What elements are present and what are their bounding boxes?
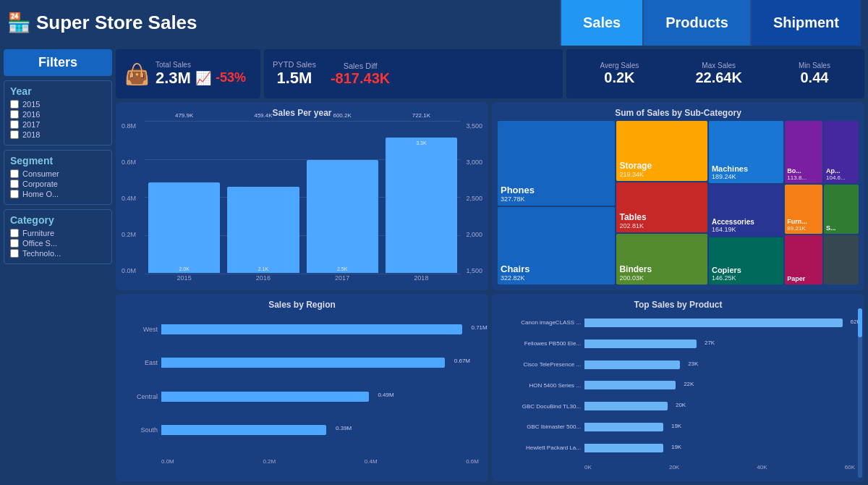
filter-year-2017[interactable]: 2017 xyxy=(10,120,106,129)
treemap-paper: Paper xyxy=(785,235,822,284)
total-sales-diff: -53% xyxy=(216,70,246,85)
region-chart-body: West 0.71M East 0.67M xyxy=(122,313,482,475)
filter-segment-consumer[interactable]: Consumer xyxy=(10,169,106,178)
spy-y-axis-left: 0.8M 0.6M 0.4M 0.2M 0.0M xyxy=(122,121,145,284)
spy-bars-container: 479.9K 2.0K 459.4K 2.1K xyxy=(145,121,461,274)
product-row-3: HON 5400 Series ... 22K xyxy=(501,379,855,392)
charts-left: Sales Per year 0.8M 0.6M 0.4M 0.2M 0.0M xyxy=(116,102,488,481)
treemap-phones: Phones 327.78K xyxy=(498,121,615,206)
sidebar: Filters Year 2015 2016 2017 2018 Segment… xyxy=(4,49,112,481)
filter-year-2018[interactable]: 2018 xyxy=(10,130,106,139)
kpi-avg: Averg Sales 0.2K xyxy=(600,62,639,86)
filter-segment-home[interactable]: Home O... xyxy=(10,190,106,198)
trending-icon: 📈 xyxy=(195,70,211,86)
treemap-body: Phones 327.78K Chairs 322.82K Storage xyxy=(498,121,859,284)
treemap-binders: Binders 200.03K xyxy=(616,234,707,284)
region-row-south: South 0.39M xyxy=(125,423,479,437)
treemap-ap: Ap... 104.6... xyxy=(824,121,859,183)
spy-bar-2016: 459.4K 2.1K xyxy=(227,122,299,273)
tab-products[interactable]: Products xyxy=(642,0,750,46)
year-filter-title: Year xyxy=(10,85,106,97)
kpi-avg-max-min: Averg Sales 0.2K Max Sales 22.64K Min Sa… xyxy=(566,49,865,98)
category-filter-section: Category Furniture Office S... Technolo.… xyxy=(4,209,112,264)
filter-year-2015[interactable]: 2015 xyxy=(10,100,106,109)
product-x-axis: 0K 20K 40K 60K xyxy=(501,464,855,471)
spy-x-labels: 2015 2016 2017 2018 xyxy=(145,274,461,284)
product-row-5: GBC Ibimaster 500... 19K xyxy=(501,421,855,434)
logo-icon: 🏪 xyxy=(7,12,30,34)
region-row-west: West 0.71M xyxy=(125,322,479,337)
treemap-bo: Bo... 113.8... xyxy=(785,121,822,183)
app-logo: 🏪 Super Store Sales xyxy=(7,12,212,34)
main-content: Filters Year 2015 2016 2017 2018 Segment… xyxy=(0,46,868,485)
segment-filter-section: Segment Consumer Corporate Home O... xyxy=(4,150,112,205)
charts-right: Sum of Sales by Sub-Category Phones 327.… xyxy=(492,102,864,481)
kpi-row: 👜 Total Sales 2.3M 📈 -53% PYTD Sales 1.5… xyxy=(116,49,864,98)
sales-by-region-title: Sales by Region xyxy=(122,300,482,310)
sales-by-region-chart: Sales by Region West 0.71M East xyxy=(116,294,488,482)
filter-segment-corporate[interactable]: Corporate xyxy=(10,180,106,188)
sales-diff-item: Sales Diff -817.43K xyxy=(331,62,390,87)
treemap-extra xyxy=(824,235,859,284)
treemap-storage: Storage 219.34K xyxy=(616,121,707,181)
header: 🏪 Super Store Sales Sales Products Shipm… xyxy=(0,0,868,46)
charts-area: Sales Per year 0.8M 0.6M 0.4M 0.2M 0.0M xyxy=(116,102,864,481)
kpi-pytd: PYTD Sales 1.5M Sales Diff -817.43K xyxy=(264,49,563,98)
product-scrollbar[interactable] xyxy=(858,308,862,478)
top-sales-product-chart: Top Sales by Product Canon imageCLASS ..… xyxy=(492,294,864,482)
product-row-1: Fellowes PB500 Ele... 27K xyxy=(501,337,855,350)
sub-category-title: Sum of Sales by Sub-Category xyxy=(498,108,859,118)
region-row-east: East 0.67M xyxy=(125,355,479,370)
product-row-6: Hewlett Packard La... 19K xyxy=(501,442,855,455)
treemap-accessories: Accessories 164.19K xyxy=(709,185,783,236)
product-scrollbar-thumb[interactable] xyxy=(858,308,862,337)
app-title: Super Store Sales xyxy=(36,12,197,34)
spy-bar-2017: 600.2K 2.5K xyxy=(307,122,378,273)
bag-icon: 👜 xyxy=(124,62,150,86)
product-row-2: Cisco TelePresence ... 23K xyxy=(501,358,855,371)
treemap-tables: Tables 202.81K xyxy=(616,182,707,232)
kpi-min: Min Sales 0.44 xyxy=(799,62,830,86)
content-area: 👜 Total Sales 2.3M 📈 -53% PYTD Sales 1.5… xyxy=(116,49,864,481)
spy-bar-2018: 722.1K 3.3K xyxy=(386,122,457,273)
filters-button[interactable]: Filters xyxy=(4,49,112,76)
filter-category-furniture[interactable]: Furniture xyxy=(10,229,106,237)
header-nav: Sales Products Shipment xyxy=(212,0,861,46)
sales-per-year-chart: Sales Per year 0.8M 0.6M 0.4M 0.2M 0.0M xyxy=(116,102,488,290)
spy-y-axis-right: 3,500 3,000 2,500 2,000 1,500 xyxy=(461,121,482,284)
segment-filter-title: Segment xyxy=(10,155,106,166)
kpi-max: Max Sales 22.64K xyxy=(695,62,742,86)
pytd-sales-item: PYTD Sales 1.5M xyxy=(273,60,316,88)
filter-year-2016[interactable]: 2016 xyxy=(10,110,106,119)
product-chart-body: Canon imageCLASS ... 62K Fellowes PB500 … xyxy=(498,313,859,475)
treemap-chairs: Chairs 322.82K xyxy=(498,207,615,284)
filter-category-office[interactable]: Office S... xyxy=(10,239,106,248)
treemap-copiers: Copiers 146.25K xyxy=(709,237,783,284)
top-sales-product-title: Top Sales by Product xyxy=(498,300,859,310)
product-row-0: Canon imageCLASS ... 62K xyxy=(501,316,855,329)
total-sales-value: 2.3M xyxy=(156,69,191,88)
treemap-machines: Machines 189.24K xyxy=(709,121,783,183)
tab-shipment[interactable]: Shipment xyxy=(750,0,861,46)
filter-category-technology[interactable]: Technolo... xyxy=(10,249,106,258)
total-sales-label: Total Sales xyxy=(156,61,246,69)
spy-bar-2015: 479.9K 2.0K xyxy=(148,122,220,273)
tab-sales[interactable]: Sales xyxy=(560,0,642,46)
treemap-s: S... xyxy=(824,185,859,234)
year-filter-section: Year 2015 2016 2017 2018 xyxy=(4,80,112,146)
category-filter-title: Category xyxy=(10,214,106,226)
region-row-central: Central 0.49M xyxy=(125,389,479,404)
product-row-4: GBC DocuBind TL30... 20K xyxy=(501,400,855,413)
treemap-furn: Furn... 89.21K xyxy=(785,185,822,234)
region-x-axis: 0.0M 0.2M 0.4M 0.6M xyxy=(125,458,479,465)
kpi-total-sales: 👜 Total Sales 2.3M 📈 -53% xyxy=(116,49,260,98)
sub-category-chart: Sum of Sales by Sub-Category Phones 327.… xyxy=(492,102,864,290)
